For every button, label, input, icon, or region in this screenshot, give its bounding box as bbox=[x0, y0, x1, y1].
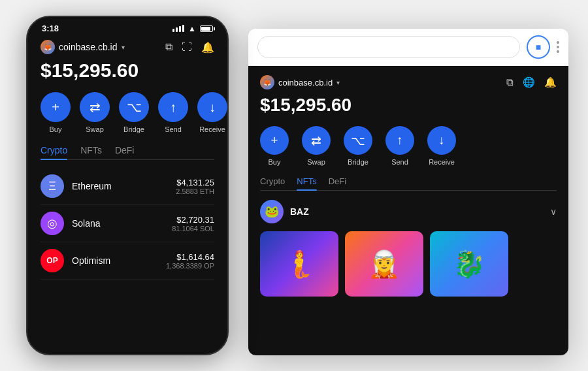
table-row[interactable]: OP Optimism $1,614.64 1,368.3389 OP bbox=[41, 242, 214, 280]
nft-image-1: 🧜 bbox=[260, 231, 338, 297]
nft-collection-left: 🐸 BAZ bbox=[260, 200, 309, 223]
asset-name: Ethereum bbox=[72, 181, 112, 191]
url-bar[interactable] bbox=[257, 36, 520, 58]
nft-image-2: 🧝 bbox=[345, 231, 423, 297]
nft-thumbnail[interactable]: 🧝 bbox=[345, 231, 423, 297]
send-button[interactable]: ↑ Send bbox=[158, 92, 188, 133]
wifi-icon: ▲ bbox=[188, 24, 196, 33]
nft-expand-icon[interactable]: ∨ bbox=[550, 206, 557, 217]
receive-button[interactable]: ↓ Receive bbox=[197, 92, 227, 133]
browser-receive-circle[interactable]: ↓ bbox=[427, 126, 456, 155]
browser-bell-icon[interactable]: 🔔 bbox=[544, 76, 557, 88]
browser-send-circle[interactable]: ↑ bbox=[385, 126, 414, 155]
copy-icon[interactable]: ⧉ bbox=[165, 41, 172, 53]
asset-value: $1,614.64 bbox=[166, 252, 214, 262]
browser-avatar: 🦊 bbox=[260, 75, 274, 89]
receive-label: Receive bbox=[199, 125, 225, 133]
browser-tabs-row: Crypto NFTs DeFi bbox=[260, 176, 557, 191]
stop-button[interactable]: ■ bbox=[527, 35, 550, 59]
browser-send-label: Send bbox=[391, 158, 408, 166]
bridge-label: Bridge bbox=[123, 125, 144, 133]
avatar-emoji: 🦊 bbox=[44, 44, 52, 51]
bell-icon[interactable]: 🔔 bbox=[201, 41, 214, 54]
asset-left: Ξ Ethereum bbox=[41, 174, 112, 198]
browser-toolbar: ■ bbox=[248, 29, 568, 66]
browser-header-icons: ⧉ 🌐 🔔 bbox=[506, 76, 557, 88]
asset-left: OP Optimism bbox=[41, 249, 110, 272]
account-row: 🦊 coinbase.cb.id ▾ ⧉ ⛶ 🔔 bbox=[41, 40, 214, 54]
browser-swap-button[interactable]: ⇄ Swap bbox=[302, 126, 331, 166]
browser-receive-button[interactable]: ↓ Receive bbox=[427, 126, 456, 166]
mobile-phone: 3:18 ▲ 🦊 coinbase.cb.id ▾ ⧉ bbox=[26, 16, 229, 355]
buy-circle[interactable]: + bbox=[41, 92, 71, 122]
receive-circle[interactable]: ↓ bbox=[197, 92, 227, 122]
status-bar: 3:18 ▲ bbox=[27, 17, 227, 36]
browser-bridge-button[interactable]: ⌥ Bridge bbox=[344, 126, 372, 166]
nft-collection-avatar: 🐸 bbox=[260, 200, 284, 223]
table-row[interactable]: Ξ Ethereum $4,131.25 2.5883 ETH bbox=[41, 168, 214, 205]
swap-label: Swap bbox=[86, 125, 104, 133]
asset-value: $4,131.25 bbox=[176, 178, 214, 187]
tab-crypto[interactable]: Crypto bbox=[41, 145, 67, 159]
asset-amount: 81.1064 SOL bbox=[172, 225, 214, 233]
browser-buy-button[interactable]: + Buy bbox=[260, 126, 289, 166]
bridge-circle[interactable]: ⌥ bbox=[119, 92, 149, 122]
browser-tab-nfts[interactable]: NFTs bbox=[297, 176, 316, 190]
browser-tab-defi[interactable]: DeFi bbox=[329, 176, 346, 190]
balance-display: $15,295.60 bbox=[41, 59, 214, 82]
buy-button[interactable]: + Buy bbox=[41, 92, 71, 133]
scene: 3:18 ▲ 🦊 coinbase.cb.id ▾ ⧉ bbox=[13, 9, 575, 362]
nft-thumbnails: 🧜 🧝 🐉 bbox=[260, 231, 557, 297]
browser-buy-label: Buy bbox=[269, 158, 281, 166]
status-icons: ▲ bbox=[172, 24, 213, 33]
optimism-icon: OP bbox=[41, 249, 64, 272]
asset-amount: 1,368.3389 OP bbox=[166, 262, 214, 270]
more-options-icon[interactable] bbox=[557, 41, 559, 53]
browser-account-id[interactable]: 🦊 coinbase.cb.id ▾ bbox=[260, 75, 340, 89]
account-label: coinbase.cb.id bbox=[59, 42, 118, 52]
account-id[interactable]: 🦊 coinbase.cb.id ▾ bbox=[41, 40, 125, 54]
browser-content: 🦊 coinbase.cb.id ▾ ⧉ 🌐 🔔 $15,295.60 + Bu… bbox=[248, 66, 568, 355]
nft-thumbnail[interactable]: 🐉 bbox=[430, 231, 508, 297]
send-label: Send bbox=[165, 125, 182, 133]
solana-icon: ◎ bbox=[41, 212, 64, 235]
send-circle[interactable]: ↑ bbox=[158, 92, 188, 122]
browser-globe-icon[interactable]: 🌐 bbox=[523, 76, 535, 88]
browser-balance: $15,295.60 bbox=[260, 95, 557, 116]
action-buttons: + Buy ⇄ Swap ⌥ Bridge ↑ Send ↓ Receive bbox=[41, 92, 214, 133]
battery-icon bbox=[200, 25, 213, 32]
asset-left: ◎ Solana bbox=[41, 212, 101, 235]
asset-amount: 2.5883 ETH bbox=[176, 187, 214, 195]
asset-right: $2,720.31 81.1064 SOL bbox=[172, 215, 214, 233]
browser-bridge-circle[interactable]: ⌥ bbox=[344, 126, 372, 155]
tab-defi[interactable]: DeFi bbox=[115, 145, 135, 159]
asset-right: $4,131.25 2.5883 ETH bbox=[176, 178, 214, 195]
asset-list: Ξ Ethereum $4,131.25 2.5883 ETH ◎ Solana… bbox=[41, 168, 214, 280]
nft-thumbnail[interactable]: 🧜 bbox=[260, 231, 338, 297]
browser-swap-circle[interactable]: ⇄ bbox=[302, 126, 331, 155]
browser-buy-circle[interactable]: + bbox=[260, 126, 289, 155]
asset-right: $1,614.64 1,368.3389 OP bbox=[166, 252, 214, 270]
browser-copy-icon[interactable]: ⧉ bbox=[506, 76, 514, 88]
browser-action-buttons: + Buy ⇄ Swap ⌥ Bridge ↑ Send ↓ Receive bbox=[260, 126, 557, 166]
tabs-row: Crypto NFTs DeFi bbox=[41, 145, 214, 160]
nft-collection-row: 🐸 BAZ ∨ bbox=[260, 200, 557, 223]
bridge-button[interactable]: ⌥ Bridge bbox=[119, 92, 149, 133]
buy-label: Buy bbox=[50, 125, 62, 133]
avatar: 🦊 bbox=[41, 40, 55, 54]
asset-name: Optimism bbox=[72, 255, 110, 266]
browser-account-label: coinbase.cb.id bbox=[278, 78, 333, 88]
tab-nfts[interactable]: NFTs bbox=[80, 145, 102, 159]
swap-circle[interactable]: ⇄ bbox=[80, 92, 110, 122]
expand-icon[interactable]: ⛶ bbox=[182, 41, 192, 53]
table-row[interactable]: ◎ Solana $2,720.31 81.1064 SOL bbox=[41, 205, 214, 242]
asset-name: Solana bbox=[72, 218, 101, 229]
status-time: 3:18 bbox=[42, 24, 59, 33]
browser-chevron-icon: ▾ bbox=[336, 79, 340, 86]
browser-send-button[interactable]: ↑ Send bbox=[385, 126, 414, 166]
header-icons: ⧉ ⛶ 🔔 bbox=[165, 41, 214, 54]
nft-image-3: 🐉 bbox=[430, 231, 508, 297]
browser-tab-crypto[interactable]: Crypto bbox=[260, 176, 285, 190]
swap-button[interactable]: ⇄ Swap bbox=[80, 92, 110, 133]
signal-icon bbox=[172, 25, 184, 32]
